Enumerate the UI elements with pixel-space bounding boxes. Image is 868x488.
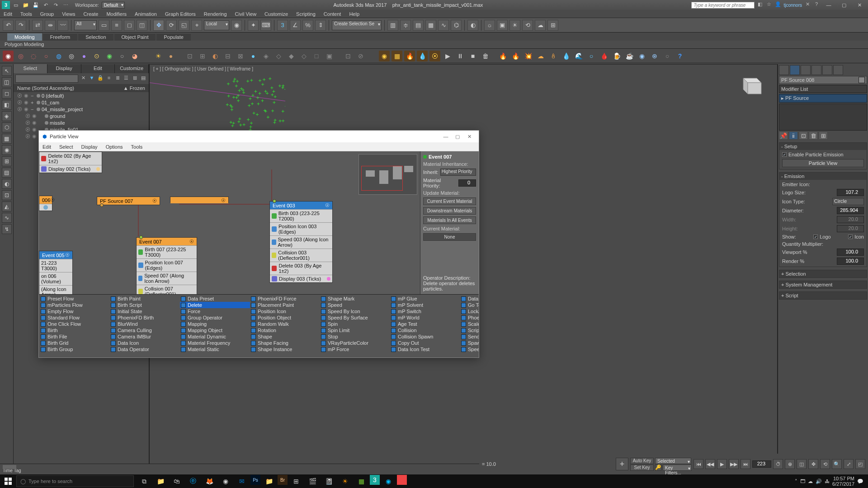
pv-menu-options[interactable]: Options bbox=[106, 144, 123, 150]
phx-sim-icon[interactable]: ◉ bbox=[379, 51, 390, 61]
ribbon-tab-freeform[interactable]: Freeform bbox=[43, 33, 78, 41]
ref-coord-dropdown[interactable]: Local bbox=[204, 20, 229, 30]
menu-group[interactable]: Group bbox=[40, 11, 54, 17]
depot-item[interactable]: Stop bbox=[320, 333, 390, 340]
scene-tree-row[interactable]: ⦿◉ground bbox=[14, 113, 149, 119]
explorer-icon[interactable]: 📁 bbox=[153, 475, 168, 488]
select-arrow-icon[interactable]: ↖ bbox=[2, 66, 12, 76]
depot-item[interactable]: mP Solvent bbox=[390, 302, 460, 308]
next-frame-icon[interactable]: ▶▶ bbox=[729, 459, 739, 469]
menu-edit[interactable]: Edit bbox=[4, 11, 12, 17]
priority-spinner[interactable]: 0 bbox=[458, 179, 476, 187]
filter-icon[interactable]: ▤ bbox=[140, 75, 147, 82]
select-by-name-icon[interactable]: ≡ bbox=[111, 20, 122, 31]
menu-views[interactable]: Views bbox=[62, 11, 75, 17]
task-view-icon[interactable]: ⧉ bbox=[137, 475, 152, 488]
filter-icon[interactable]: ≡ bbox=[105, 75, 113, 82]
phx-icon[interactable]: ◎ bbox=[15, 51, 26, 61]
remove-modifier-icon[interactable]: 🗑 bbox=[809, 131, 818, 140]
depot-item[interactable]: Data Operator bbox=[110, 346, 180, 352]
particle-view-button[interactable]: Particle View bbox=[782, 159, 864, 167]
star-icon[interactable]: ☆ bbox=[765, 1, 773, 9]
inherit-dropdown[interactable]: Highest Priority bbox=[440, 169, 476, 176]
app-icon[interactable]: ☀ bbox=[337, 475, 353, 488]
workspace-dropdown[interactable]: Default bbox=[102, 2, 125, 9]
qat-new-icon[interactable]: ▭ bbox=[12, 1, 20, 9]
create-tab-icon[interactable] bbox=[779, 65, 789, 75]
rollout-script-header[interactable]: + Script bbox=[779, 292, 867, 299]
material-editor-icon[interactable]: ◐ bbox=[467, 20, 478, 31]
objcolor-swatch[interactable] bbox=[859, 77, 865, 83]
qat-open-icon[interactable]: 📁 bbox=[22, 1, 30, 9]
phx-icon[interactable]: ◉ bbox=[3, 51, 14, 61]
pv-menu-edit[interactable]: Edit bbox=[42, 144, 51, 150]
window-close-button[interactable]: ✕ bbox=[853, 0, 866, 9]
taskbar-search[interactable]: ◯ Type here to search bbox=[16, 475, 134, 487]
show-icon-checkbox[interactable]: ✓Icon bbox=[848, 234, 864, 239]
window-crossing-icon[interactable]: ◫ bbox=[137, 20, 147, 31]
open-a360-icon[interactable]: ⊞ bbox=[547, 20, 558, 31]
nav-icon[interactable]: ◰ bbox=[855, 459, 865, 469]
depot-item[interactable]: Delete bbox=[180, 302, 250, 308]
tool-icon[interactable]: ⬡ bbox=[2, 122, 12, 132]
app-icon[interactable]: ◉ bbox=[381, 475, 396, 488]
scene-tab-edit[interactable]: Edit bbox=[81, 64, 115, 73]
pv-menu-tools[interactable]: Tools bbox=[131, 144, 143, 150]
bulb-icon[interactable]: ☉ bbox=[221, 197, 226, 203]
tool-icon[interactable]: ⊡ bbox=[2, 190, 12, 200]
node-event007[interactable]: Event 007☉ Birth 007 (223-225 T3000) Pos… bbox=[136, 237, 197, 294]
depot-item[interactable]: mP World bbox=[390, 314, 460, 321]
3dsmax-icon[interactable]: 3 bbox=[370, 475, 380, 485]
phx-preset-icon[interactable]: 🍺 bbox=[611, 51, 622, 61]
menu-graph-editors[interactable]: Graph Editors bbox=[165, 11, 196, 17]
redo-icon[interactable]: ↷ bbox=[15, 20, 26, 31]
depot-item[interactable]: One Click Flow bbox=[40, 321, 110, 327]
move-icon[interactable]: ✥ bbox=[153, 20, 164, 31]
render-pct-spinner[interactable]: 100.0 bbox=[837, 258, 864, 265]
render-iterative-icon[interactable]: ⟲ bbox=[522, 20, 533, 31]
qat-undo-icon[interactable]: ↶ bbox=[42, 1, 50, 9]
scale-icon[interactable]: ◱ bbox=[179, 20, 189, 31]
depot-item[interactable]: Initial State bbox=[110, 308, 180, 314]
menu-customize[interactable]: Customize bbox=[264, 11, 288, 17]
depot-item[interactable]: Age Test bbox=[390, 321, 460, 327]
viewport-pct-spinner[interactable]: 100.0 bbox=[837, 249, 864, 256]
time-config-icon[interactable]: ⏱ bbox=[773, 459, 783, 469]
scene-header-frozen[interactable]: ▲ Frozen bbox=[123, 85, 145, 91]
filter-icon[interactable]: ▼ bbox=[88, 75, 95, 82]
node-event003[interactable]: Event 003☉ Birth 003 (223-225 T2000) Pos… bbox=[269, 201, 333, 283]
tool-icon[interactable]: ◐ bbox=[2, 179, 12, 189]
keyboard-shortcut-icon[interactable]: ⌨ bbox=[260, 20, 271, 31]
vray-icon[interactable]: ⊘ bbox=[355, 51, 366, 61]
render-in-cloud-icon[interactable]: ☁ bbox=[535, 20, 546, 31]
help-icon[interactable]: ? bbox=[813, 1, 820, 9]
make-unique-icon[interactable]: ⊡ bbox=[799, 131, 808, 140]
play-icon[interactable]: ▶ bbox=[717, 459, 727, 469]
tool-icon[interactable]: ◈ bbox=[2, 111, 12, 121]
depot-item[interactable]: Empty Flow bbox=[40, 308, 110, 314]
diameter-spinner[interactable]: 285.904 bbox=[837, 207, 864, 214]
phx-preset-icon[interactable]: ○ bbox=[662, 51, 673, 61]
explorer-icon[interactable]: 📁 bbox=[261, 475, 277, 488]
depot-item[interactable]: Speed bbox=[320, 302, 390, 308]
rotate-icon[interactable]: ⟳ bbox=[166, 20, 177, 31]
viewcube[interactable] bbox=[736, 74, 764, 96]
tool-icon[interactable]: ◧ bbox=[2, 100, 12, 110]
rollout-emission-header[interactable]: - Emission bbox=[779, 173, 867, 180]
menu-scripting[interactable]: Scripting bbox=[296, 11, 316, 17]
pause-icon[interactable]: ⏸ bbox=[455, 51, 466, 61]
materials-all-events-button[interactable]: Materials In All Events bbox=[423, 216, 476, 224]
selection-filter-dropdown[interactable]: All bbox=[74, 20, 97, 30]
display-tab-icon[interactable] bbox=[822, 65, 832, 75]
tool-icon[interactable]: ◭ bbox=[2, 202, 12, 211]
phx-preset-icon[interactable]: 🕯 bbox=[548, 51, 559, 61]
depot-item[interactable]: Birth File bbox=[40, 333, 110, 340]
tool-icon[interactable]: ◻ bbox=[2, 89, 12, 99]
qat-more-icon[interactable]: ⋯ bbox=[61, 1, 70, 9]
vray-icon[interactable]: ⊟ bbox=[222, 51, 233, 61]
vray-icon[interactable]: ◆ bbox=[286, 51, 297, 61]
phx-preset-icon[interactable]: 🌊 bbox=[573, 51, 584, 61]
tool-icon[interactable]: ▤ bbox=[2, 168, 12, 178]
play-icon[interactable]: ▶ bbox=[442, 51, 453, 61]
tray-battery-icon[interactable]: 🗔 bbox=[800, 479, 805, 484]
